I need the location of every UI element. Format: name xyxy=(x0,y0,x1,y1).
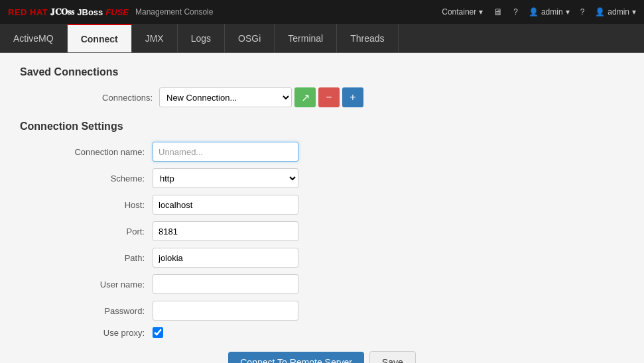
container-dropdown[interactable]: Container ▾ xyxy=(442,7,483,17)
scheme-select[interactable]: http https xyxy=(153,168,298,188)
tab-terminal-label: Terminal xyxy=(288,33,323,44)
help-button-2[interactable]: ? xyxy=(580,7,585,17)
minus-icon: − xyxy=(326,91,332,103)
connections-select[interactable]: New Connection... xyxy=(159,87,292,107)
connect-button[interactable]: Connect To Remote Server xyxy=(228,352,364,363)
connections-label: Connections: xyxy=(73,93,153,103)
port-row: Port: xyxy=(20,221,624,241)
brand-jboss-text: 𝐉𝐂𝐎𝐬𝐬 xyxy=(50,7,74,17)
tab-threads-label: Threads xyxy=(350,33,384,44)
tab-terminal[interactable]: Terminal xyxy=(275,24,337,52)
help-icon-2: ? xyxy=(580,7,585,17)
header: RED HAT 𝐉𝐂𝐎𝐬𝐬 JBoss FUSE Management Cons… xyxy=(0,0,644,24)
username-input[interactable] xyxy=(153,274,298,294)
nav-bar: ActiveMQ Connect JMX Logs OSGi Terminal … xyxy=(0,24,644,53)
brand-fuse-text: FUSE xyxy=(105,7,129,17)
tab-activemq[interactable]: ActiveMQ xyxy=(0,24,68,52)
header-left: RED HAT 𝐉𝐂𝐎𝐬𝐬 JBoss FUSE Management Cons… xyxy=(8,7,213,17)
remove-button[interactable]: − xyxy=(318,87,340,107)
plus-icon: + xyxy=(350,91,355,103)
tab-connect-label: Connect xyxy=(81,34,118,44)
admin-dropdown-1[interactable]: 👤 admin ▾ xyxy=(529,7,570,17)
header-right: Container ▾ 🖥 ? 👤 admin ▾ ? 👤 admin ▾ xyxy=(442,7,636,17)
scheme-label: Scheme: xyxy=(20,174,153,183)
monitor-icon: 🖥 xyxy=(493,7,503,17)
saved-connections-title: Saved Connections xyxy=(20,66,624,78)
main-content: Saved Connections Connections: New Conne… xyxy=(0,53,644,363)
chevron-down-icon-3: ▾ xyxy=(632,7,636,17)
connection-settings-section: Connection Settings Connection name: Sch… xyxy=(20,121,624,338)
tab-osgi[interactable]: OSGi xyxy=(225,24,275,52)
user-icon-2: 👤 xyxy=(595,7,605,17)
admin-label-1: admin xyxy=(541,7,563,17)
tab-jmx[interactable]: JMX xyxy=(132,24,178,52)
tab-logs-label: Logs xyxy=(191,33,211,44)
path-row: Path: xyxy=(20,248,624,268)
saved-connections-row: Connections: New Connection... ↗ − + xyxy=(73,87,624,107)
help-icon: ? xyxy=(513,7,518,17)
password-row: Password: xyxy=(20,301,624,321)
proxy-checkbox[interactable] xyxy=(153,327,163,338)
port-label: Port: xyxy=(20,227,153,236)
username-label: User name: xyxy=(20,280,153,289)
connection-name-label: Connection name: xyxy=(20,147,153,157)
tab-connect[interactable]: Connect xyxy=(68,24,132,52)
host-row: Host: xyxy=(20,195,624,215)
port-input[interactable] xyxy=(153,221,298,241)
tab-threads[interactable]: Threads xyxy=(337,24,398,52)
container-label: Container xyxy=(442,7,476,17)
connection-name-input[interactable] xyxy=(153,142,298,162)
password-label: Password: xyxy=(20,306,153,316)
connection-name-row: Connection name: xyxy=(20,142,624,162)
share-button[interactable]: ↗ xyxy=(294,87,316,107)
help-button[interactable]: ? xyxy=(513,7,518,17)
scheme-row: Scheme: http https xyxy=(20,168,624,188)
brand-red-text: RED HAT xyxy=(8,7,48,17)
host-label: Host: xyxy=(20,200,153,210)
admin-label-2: admin xyxy=(608,7,629,17)
chevron-down-icon-2: ▾ xyxy=(566,7,570,17)
brand-logo: RED HAT 𝐉𝐂𝐎𝐬𝐬 JBoss FUSE Management Cons… xyxy=(8,7,213,17)
path-label: Path: xyxy=(20,253,153,263)
tab-activemq-label: ActiveMQ xyxy=(13,33,54,44)
path-input[interactable] xyxy=(153,248,298,268)
share-icon: ↗ xyxy=(301,91,310,104)
chevron-down-icon: ▾ xyxy=(479,7,483,17)
save-button[interactable]: Save xyxy=(369,351,416,363)
host-input[interactable] xyxy=(153,195,298,215)
add-button[interactable]: + xyxy=(342,87,363,107)
brand-mc-text: Management Console xyxy=(135,7,213,17)
proxy-row: Use proxy: xyxy=(20,327,624,338)
brand-jboss-label: JBoss xyxy=(77,7,103,17)
connection-settings-title: Connection Settings xyxy=(20,121,624,132)
tab-logs[interactable]: Logs xyxy=(178,24,225,52)
tab-jmx-label: JMX xyxy=(145,33,164,44)
password-input[interactable] xyxy=(153,301,298,321)
tab-osgi-label: OSGi xyxy=(238,33,261,44)
proxy-label: Use proxy: xyxy=(20,328,153,338)
username-row: User name: xyxy=(20,274,624,294)
user-icon: 👤 xyxy=(529,7,539,17)
admin-dropdown-2[interactable]: 👤 admin ▾ xyxy=(595,7,636,17)
bottom-buttons: Connect To Remote Server Save xyxy=(20,351,624,363)
